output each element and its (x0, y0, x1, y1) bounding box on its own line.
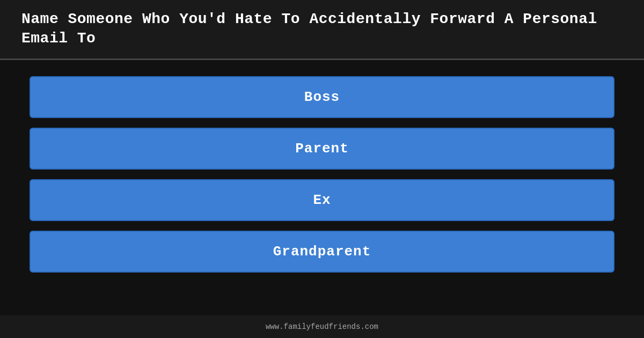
header: Name Someone Who You'd Hate To Accidenta… (0, 0, 644, 60)
answers-container: Boss Parent Ex Grandparent (0, 60, 644, 315)
answer-button-2[interactable]: Parent (30, 128, 614, 170)
answer-label-1: Boss (304, 89, 340, 105)
answer-button-1[interactable]: Boss (30, 76, 614, 118)
footer: www.familyfeudfriends.com (0, 315, 644, 338)
answer-label-3: Ex (313, 192, 331, 208)
answer-button-4[interactable]: Grandparent (30, 231, 614, 273)
answer-label-2: Parent (295, 141, 349, 157)
footer-url: www.familyfeudfriends.com (266, 322, 378, 331)
page-title: Name Someone Who You'd Hate To Accidenta… (21, 10, 623, 49)
answer-button-3[interactable]: Ex (30, 179, 614, 221)
answer-label-4: Grandparent (273, 244, 371, 260)
